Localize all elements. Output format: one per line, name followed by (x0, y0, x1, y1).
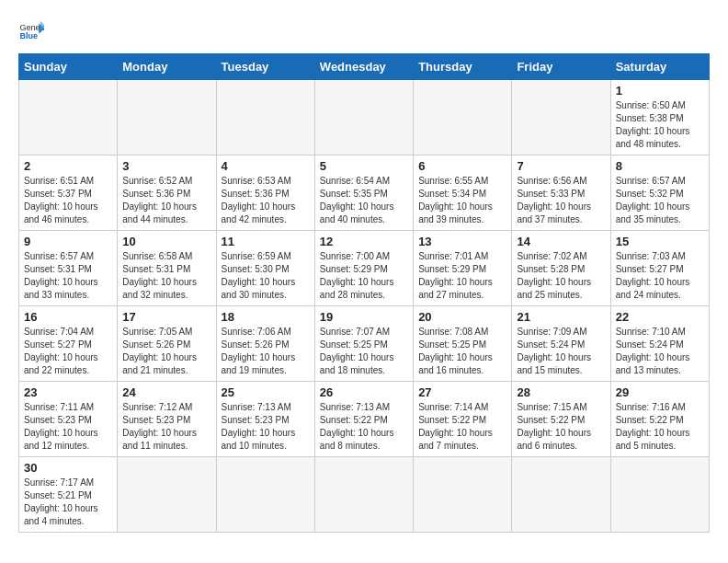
day-number: 16 (24, 310, 112, 324)
calendar-day: 9Sunrise: 6:57 AM Sunset: 5:31 PM Daylig… (19, 231, 118, 306)
day-info: Sunrise: 7:00 AM Sunset: 5:29 PM Dayligh… (320, 250, 408, 302)
day-number: 19 (320, 310, 408, 324)
day-number: 30 (24, 461, 112, 475)
day-info: Sunrise: 6:53 AM Sunset: 5:36 PM Dayligh… (222, 175, 310, 226)
calendar-day: 8Sunrise: 6:57 AM Sunset: 5:32 PM Daylig… (610, 155, 709, 231)
page-container: General Blue SundayMondayTuesdayWednesda… (18, 18, 710, 533)
day-number: 5 (320, 159, 408, 173)
day-info: Sunrise: 7:05 AM Sunset: 5:26 PM Dayligh… (122, 326, 210, 377)
weekday-header-saturday: Saturday (610, 54, 709, 80)
weekday-header-wednesday: Wednesday (314, 54, 413, 80)
calendar-day (314, 457, 413, 533)
day-number: 12 (320, 235, 408, 248)
day-info: Sunrise: 7:09 AM Sunset: 5:24 PM Dayligh… (517, 326, 605, 377)
calendar-day (512, 457, 610, 533)
day-number: 10 (122, 235, 210, 248)
calendar-day: 11Sunrise: 6:59 AM Sunset: 5:30 PM Dayli… (216, 231, 314, 306)
day-info: Sunrise: 7:03 AM Sunset: 5:27 PM Dayligh… (616, 250, 704, 302)
day-info: Sunrise: 7:01 AM Sunset: 5:29 PM Dayligh… (418, 250, 506, 302)
calendar-day (118, 457, 216, 533)
day-number: 17 (122, 310, 210, 324)
day-number: 13 (418, 235, 506, 248)
calendar-table: SundayMondayTuesdayWednesdayThursdayFrid… (18, 53, 710, 533)
day-number: 2 (24, 159, 112, 173)
day-info: Sunrise: 7:14 AM Sunset: 5:22 PM Dayligh… (418, 401, 506, 453)
day-number: 25 (222, 385, 310, 399)
day-info: Sunrise: 6:56 AM Sunset: 5:33 PM Dayligh… (517, 175, 605, 226)
calendar-day (118, 80, 216, 155)
svg-text:Blue: Blue (19, 31, 38, 40)
day-info: Sunrise: 6:51 AM Sunset: 5:37 PM Dayligh… (24, 175, 112, 226)
calendar-day: 29Sunrise: 7:16 AM Sunset: 5:22 PM Dayli… (610, 382, 709, 457)
day-number: 14 (517, 235, 605, 248)
day-info: Sunrise: 6:55 AM Sunset: 5:34 PM Dayligh… (418, 175, 506, 226)
calendar-day (19, 80, 118, 155)
calendar-day: 27Sunrise: 7:14 AM Sunset: 5:22 PM Dayli… (414, 382, 512, 457)
calendar-day: 6Sunrise: 6:55 AM Sunset: 5:34 PM Daylig… (414, 155, 512, 231)
day-number: 23 (24, 385, 112, 399)
weekday-row: SundayMondayTuesdayWednesdayThursdayFrid… (19, 54, 710, 80)
day-number: 24 (122, 385, 210, 399)
day-info: Sunrise: 6:59 AM Sunset: 5:30 PM Dayligh… (222, 250, 310, 302)
calendar-day: 22Sunrise: 7:10 AM Sunset: 5:24 PM Dayli… (610, 306, 709, 382)
day-number: 27 (418, 385, 506, 399)
calendar-header: SundayMondayTuesdayWednesdayThursdayFrid… (19, 54, 710, 80)
calendar-day: 21Sunrise: 7:09 AM Sunset: 5:24 PM Dayli… (512, 306, 610, 382)
day-info: Sunrise: 7:13 AM Sunset: 5:23 PM Dayligh… (222, 401, 310, 453)
weekday-header-sunday: Sunday (19, 54, 118, 80)
calendar-day: 26Sunrise: 7:13 AM Sunset: 5:22 PM Dayli… (314, 382, 413, 457)
calendar-week-row: 2Sunrise: 6:51 AM Sunset: 5:37 PM Daylig… (19, 155, 710, 231)
calendar-week-row: 23Sunrise: 7:11 AM Sunset: 5:23 PM Dayli… (19, 382, 710, 457)
calendar-week-row: 16Sunrise: 7:04 AM Sunset: 5:27 PM Dayli… (19, 306, 710, 382)
calendar-day (216, 80, 314, 155)
day-info: Sunrise: 7:15 AM Sunset: 5:22 PM Dayligh… (517, 401, 605, 453)
calendar-week-row: 30Sunrise: 7:17 AM Sunset: 5:21 PM Dayli… (19, 457, 710, 533)
day-info: Sunrise: 7:02 AM Sunset: 5:28 PM Dayligh… (517, 250, 605, 302)
day-info: Sunrise: 7:11 AM Sunset: 5:23 PM Dayligh… (24, 401, 112, 453)
calendar-day: 30Sunrise: 7:17 AM Sunset: 5:21 PM Dayli… (19, 457, 118, 533)
day-info: Sunrise: 6:54 AM Sunset: 5:35 PM Dayligh… (320, 175, 408, 226)
day-info: Sunrise: 7:17 AM Sunset: 5:21 PM Dayligh… (24, 477, 112, 528)
day-info: Sunrise: 7:07 AM Sunset: 5:25 PM Dayligh… (320, 326, 408, 377)
day-number: 20 (418, 310, 506, 324)
day-info: Sunrise: 6:58 AM Sunset: 5:31 PM Dayligh… (122, 250, 210, 302)
day-info: Sunrise: 7:16 AM Sunset: 5:22 PM Dayligh… (616, 401, 704, 453)
day-info: Sunrise: 6:52 AM Sunset: 5:36 PM Dayligh… (122, 175, 210, 226)
calendar-day: 18Sunrise: 7:06 AM Sunset: 5:26 PM Dayli… (216, 306, 314, 382)
calendar-day: 28Sunrise: 7:15 AM Sunset: 5:22 PM Dayli… (512, 382, 610, 457)
calendar-day: 5Sunrise: 6:54 AM Sunset: 5:35 PM Daylig… (314, 155, 413, 231)
day-info: Sunrise: 7:13 AM Sunset: 5:22 PM Dayligh… (320, 401, 408, 453)
day-number: 8 (616, 159, 704, 173)
calendar-day: 10Sunrise: 6:58 AM Sunset: 5:31 PM Dayli… (118, 231, 216, 306)
calendar-day (512, 80, 610, 155)
day-number: 11 (222, 235, 310, 248)
calendar-day (414, 457, 512, 533)
calendar-day (610, 457, 709, 533)
calendar-day: 19Sunrise: 7:07 AM Sunset: 5:25 PM Dayli… (314, 306, 413, 382)
calendar-day (414, 80, 512, 155)
day-info: Sunrise: 7:10 AM Sunset: 5:24 PM Dayligh… (616, 326, 704, 377)
calendar-day: 14Sunrise: 7:02 AM Sunset: 5:28 PM Dayli… (512, 231, 610, 306)
calendar-day (314, 80, 413, 155)
calendar-day: 7Sunrise: 6:56 AM Sunset: 5:33 PM Daylig… (512, 155, 610, 231)
calendar-day: 23Sunrise: 7:11 AM Sunset: 5:23 PM Dayli… (19, 382, 118, 457)
day-number: 6 (418, 159, 506, 173)
day-number: 9 (24, 235, 112, 248)
logo-icon: General Blue (18, 18, 44, 44)
day-number: 7 (517, 159, 605, 173)
day-info: Sunrise: 7:08 AM Sunset: 5:25 PM Dayligh… (418, 326, 506, 377)
day-number: 21 (517, 310, 605, 324)
day-info: Sunrise: 7:04 AM Sunset: 5:27 PM Dayligh… (24, 326, 112, 377)
day-number: 26 (320, 385, 408, 399)
day-info: Sunrise: 7:12 AM Sunset: 5:23 PM Dayligh… (122, 401, 210, 453)
calendar-day: 15Sunrise: 7:03 AM Sunset: 5:27 PM Dayli… (610, 231, 709, 306)
calendar-day: 3Sunrise: 6:52 AM Sunset: 5:36 PM Daylig… (118, 155, 216, 231)
day-number: 18 (222, 310, 310, 324)
header: General Blue (18, 18, 710, 44)
calendar-body: 1Sunrise: 6:50 AM Sunset: 5:38 PM Daylig… (19, 80, 710, 533)
day-number: 1 (616, 84, 704, 98)
weekday-header-monday: Monday (118, 54, 216, 80)
weekday-header-tuesday: Tuesday (216, 54, 314, 80)
day-info: Sunrise: 6:50 AM Sunset: 5:38 PM Dayligh… (616, 99, 704, 151)
calendar-day: 4Sunrise: 6:53 AM Sunset: 5:36 PM Daylig… (216, 155, 314, 231)
